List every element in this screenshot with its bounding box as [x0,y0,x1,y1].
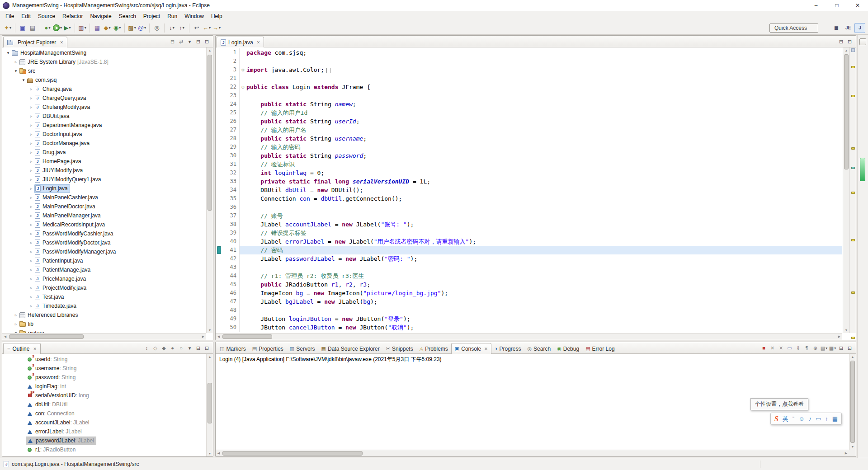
minimize-view-icon[interactable]: ⊟ [837,37,845,46]
code-line-49[interactable]: 49 JButton loginJButton = new JButton("登… [216,315,842,323]
scrollbar-thumb[interactable] [208,383,212,423]
tab-markers[interactable]: ◫Markers [217,343,249,354]
tab-problems[interactable]: ◬Problems [416,343,451,354]
tree-item-pricemanage-java[interactable]: ▹JPriceManage.java [2,274,206,283]
menu-navigate[interactable]: Navigate [86,12,115,21]
tree-item-jiuyimodifyquery1-java[interactable]: ▹JJIUYIModifyQuery1.java [2,175,206,184]
close-view-icon[interactable]: ✕ [60,40,63,45]
expand-arrow-icon[interactable]: ▹ [28,141,34,146]
scrollbar-thumb[interactable] [208,55,212,211]
scroll-lock-icon[interactable]: ⇓ [794,343,802,352]
console-vscrollbar[interactable]: ▲ ▼ [849,354,856,450]
code-line-46[interactable]: 46 ImageIcon bg = new ImageIcon("picture… [216,289,842,297]
link-with-editor-icon[interactable]: ⇄ [177,37,185,46]
java-perspective-icon[interactable]: J [854,23,865,33]
code-line-34[interactable]: 34 DBUtil dbUtil = new DBUtil(); [216,186,842,194]
tree-item-mainpanelmanager-java[interactable]: ▹JMainPanelManager.java [2,211,206,220]
minimize-view-icon[interactable]: ⊟ [837,343,845,352]
code-line-30[interactable]: 30 public static String password; [216,151,842,160]
scroll-left-icon[interactable]: ◀ [216,450,222,456]
tab-servers[interactable]: ▥Servers [287,343,318,354]
code-line-21[interactable]: 21 [216,74,842,83]
overview-mark-icon[interactable] [851,66,855,68]
jar-export-icon[interactable]: ▩▾ [127,23,137,33]
tab-snippets[interactable]: ✂Snippets [383,343,416,354]
explorer-hscrollbar[interactable]: ◀ ▶ [2,333,206,340]
tree-item-chufangmodify-java[interactable]: ▹JChufangModify.java [2,103,206,112]
lang-english-icon[interactable]: 英 [783,416,788,422]
toolbox-icon[interactable]: ▦ [832,416,838,422]
code-line-28[interactable]: 28 public static String username; [216,134,842,143]
code-line-41[interactable]: 41 // 密码 [216,246,842,254]
close-tab-icon[interactable]: ✕ [257,40,260,45]
expand-arrow-icon[interactable]: ▹ [28,132,34,136]
expand-arrow-icon[interactable]: ▹ [28,295,34,299]
terminate-icon[interactable]: ■ [760,343,768,352]
fold-toggle-icon[interactable]: ⊕ [239,66,246,74]
code-line-29[interactable]: 29 // 输入的密码 [216,143,842,151]
word-wrap-icon[interactable]: ¶ [802,343,811,352]
expand-arrow-icon[interactable]: ▹ [28,231,34,236]
code-line-1[interactable]: 1package com.sjsq; [216,48,842,57]
code-line-3[interactable]: 3⊕import java.awt.Color; [216,66,842,74]
new-wizard-icon[interactable]: ✦▾ [3,23,13,33]
code-line-26[interactable]: 26 public static String userId; [216,117,842,126]
code-line-43[interactable]: 43 [216,263,842,272]
dropdown-arrow-icon[interactable]: ▾ [144,26,146,30]
console-hscrollbar[interactable]: ◀ ▶ [216,450,849,456]
code-line-33[interactable]: 33 private static final long serialVersi… [216,177,842,186]
soft-keyboard-icon[interactable]: ▭ [816,416,821,422]
collapse-all-icon[interactable]: ⊟ [168,37,177,46]
quick-access-box[interactable]: Quick Access [769,24,818,33]
expand-arrow-icon[interactable]: ▹ [28,213,34,218]
expand-arrow-icon[interactable]: ▹ [28,87,34,91]
scroll-up-icon[interactable]: ▲ [849,354,856,360]
code-line-39[interactable]: 39 // 错误提示标签 [216,229,842,237]
tree-item-passwordmodifymanager-java[interactable]: ▹JPassWordModifyManager.java [2,247,206,256]
tree-item-patientmanage-java[interactable]: ▹JPatientManage.java [2,265,206,274]
code-line-32[interactable]: 32 int loginFlag = 0; [216,169,842,177]
debug-icon[interactable]: ●▾ [42,23,52,33]
pin-console-icon[interactable]: ⊕ [811,343,820,352]
tree-item-departmentmanage-java[interactable]: ▹JDepartmentManage.java [2,121,206,130]
tab-console[interactable]: ▣Console✕ [451,343,491,354]
dropdown-arrow-icon[interactable]: ▾ [834,346,836,350]
overview-mark-icon[interactable] [851,95,855,97]
tree-item-com-sjsq[interactable]: ▾com.sjsq [2,75,206,85]
expand-arrow-icon[interactable]: ▹ [28,204,34,209]
editor-vscrollbar[interactable]: ▲ ▼ [843,47,849,333]
expand-arrow-icon[interactable]: ▹ [28,123,34,127]
tree-item-doctormanage-java[interactable]: ▹JDoctorManage.java [2,139,206,148]
scrollbar-thumb[interactable] [844,54,849,169]
scroll-up-icon[interactable]: ▲ [843,47,849,53]
minimize-window-button[interactable]: – [806,0,826,11]
code-line-50[interactable]: 50 JButton cancelJButton = new JButton("… [216,323,842,332]
tree-item-picture[interactable]: ▾picture [2,329,206,333]
code-line-24[interactable]: 24 public static String namew; [216,100,842,108]
tree-item-chargequery-java[interactable]: ▹JChargeQuery.java [2,94,206,103]
emoji-icon[interactable]: ☺ [798,416,804,422]
coverage-icon[interactable]: ▥▾ [77,23,87,33]
new-class-icon[interactable]: ◉▾ [112,23,122,33]
menu-window[interactable]: Window [181,12,208,21]
scroll-down-icon[interactable]: ▼ [849,444,856,450]
open-console-icon[interactable]: ▦▾ [828,343,837,352]
run-icon[interactable]: ▾ [52,23,62,33]
menu-file[interactable]: File [2,12,18,21]
expand-arrow-icon[interactable]: ▹ [28,304,34,308]
code-line-23[interactable]: 23 [216,91,842,100]
collapsed-region-icon[interactable] [326,68,330,73]
menu-source[interactable]: Source [34,12,59,21]
minimize-view-icon[interactable]: ⊟ [194,37,203,46]
tree-item-doctorinput-java[interactable]: ▹JDoctorInput.java [2,130,206,139]
tree-item-timedate-java[interactable]: ▹JTimedate.java [2,301,206,310]
tree-item-medicalrecordsinput-java[interactable]: ▹JMedicalRecordsInput.java [2,220,206,229]
outline-item-accountjlabel[interactable]: accountJLabel : JLabel [2,418,206,427]
code-area[interactable]: 1package com.sjsq;23⊕import java.awt.Col… [216,47,842,333]
overview-mark-icon[interactable] [851,147,855,150]
maximize-view-icon[interactable]: ⊡ [845,37,854,46]
tree-item-login-java[interactable]: ▹JLogin.java [2,184,206,193]
tree-item-lib[interactable]: ▹lib [2,320,206,329]
hide-static-members-icon[interactable]: ◆ [160,343,168,352]
menu-run[interactable]: Run [164,12,181,21]
